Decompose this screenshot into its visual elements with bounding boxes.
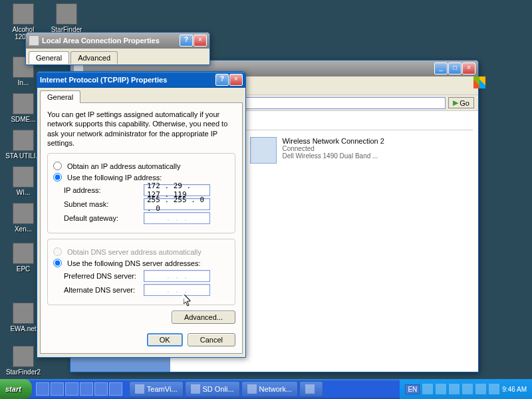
alternate-dns-label: Alternate DNS server: bbox=[64, 286, 144, 294]
quick-launch-item[interactable] bbox=[80, 382, 93, 396]
close-button[interactable]: × bbox=[229, 74, 243, 86]
tray-icon[interactable] bbox=[422, 384, 433, 394]
task-icon bbox=[191, 384, 200, 394]
task-button[interactable]: TeamVi... bbox=[129, 381, 184, 397]
default-gateway-label: Default gateway: bbox=[64, 214, 144, 222]
task-buttons: TeamVi... SD Onli... Network... bbox=[126, 381, 400, 397]
tray-icon[interactable] bbox=[462, 384, 473, 394]
app-icon bbox=[13, 166, 34, 188]
titlebar[interactable]: Internet Protocol (TCP/IP) Properties ? … bbox=[37, 72, 245, 88]
language-indicator[interactable]: EN bbox=[405, 384, 420, 394]
window-icon bbox=[29, 35, 39, 46]
window-title: Internet Protocol (TCP/IP) Properties bbox=[40, 76, 215, 84]
tray-icon[interactable] bbox=[436, 384, 446, 394]
system-tray: EN 9:46 AM bbox=[400, 379, 532, 399]
quick-launch bbox=[32, 382, 126, 396]
titlebar[interactable]: Local Area Connection Properties ? × bbox=[26, 33, 209, 49]
ip-address-input[interactable]: 172 . 29 . 127 . 119 bbox=[144, 184, 210, 196]
quick-launch-item[interactable] bbox=[109, 382, 122, 396]
tabs: General Advanced bbox=[26, 49, 209, 64]
tray-icon[interactable] bbox=[489, 384, 499, 394]
ip-settings-group: Obtain an IP address automatically Use t… bbox=[47, 153, 235, 233]
subnet-mask-label: Subnet mask: bbox=[64, 200, 144, 208]
task-icon bbox=[305, 384, 315, 394]
quick-launch-item[interactable] bbox=[51, 382, 64, 396]
app-icon bbox=[13, 346, 34, 367]
tray-icon[interactable] bbox=[449, 384, 460, 394]
close-button[interactable]: × bbox=[462, 63, 475, 74]
help-button[interactable]: ? bbox=[215, 74, 229, 86]
ok-button[interactable]: OK bbox=[147, 333, 183, 346]
task-icon bbox=[135, 384, 144, 394]
subnet-mask-input[interactable]: 255 . 255 . 0 . 0 bbox=[144, 198, 210, 210]
help-button[interactable]: ? bbox=[180, 35, 193, 47]
window-title: Local Area Connection Properties bbox=[42, 37, 180, 45]
task-button[interactable] bbox=[299, 381, 323, 397]
cancel-button[interactable]: Cancel bbox=[188, 333, 235, 346]
tcpip-properties-dialog: Internet Protocol (TCP/IP) Properties ? … bbox=[37, 71, 246, 358]
app-icon bbox=[56, 3, 77, 25]
radio-use-dns[interactable]: Use the following DNS server addresses: bbox=[53, 259, 229, 267]
minimize-button[interactable]: _ bbox=[434, 63, 448, 74]
connection-icon bbox=[250, 137, 277, 164]
radio-auto-ip[interactable]: Obtain an IP address automatically bbox=[53, 162, 229, 170]
maximize-button[interactable]: □ bbox=[448, 63, 462, 74]
tab-general[interactable]: General bbox=[29, 51, 69, 64]
start-button[interactable]: start bbox=[0, 379, 32, 399]
app-icon bbox=[13, 130, 34, 151]
tab-general[interactable]: General bbox=[40, 90, 80, 103]
tabs: General bbox=[37, 88, 245, 103]
app-icon bbox=[13, 303, 34, 324]
app-icon bbox=[13, 203, 34, 224]
dns-settings-group: Obtain DNS server address automatically … bbox=[47, 239, 235, 305]
clock[interactable]: 9:46 AM bbox=[502, 386, 527, 393]
advanced-button[interactable]: Advanced... bbox=[172, 311, 235, 324]
app-icon bbox=[13, 243, 34, 264]
tray-icon[interactable] bbox=[475, 384, 486, 394]
ip-address-label: IP address: bbox=[64, 186, 144, 194]
windows-logo-icon bbox=[473, 76, 485, 88]
preferred-dns-label: Preferred DNS server: bbox=[64, 272, 144, 280]
radio-auto-dns: Obtain DNS server address automatically bbox=[53, 247, 229, 256]
radio-use-dns-input[interactable] bbox=[53, 259, 62, 267]
tab-advanced[interactable]: Advanced bbox=[70, 51, 118, 64]
close-button[interactable]: × bbox=[194, 35, 207, 47]
radio-use-ip[interactable]: Use the following IP address: bbox=[53, 173, 229, 182]
go-button[interactable]: ▶Go bbox=[448, 97, 474, 108]
taskbar: start TeamVi... SD Onli... Network... EN… bbox=[0, 379, 532, 399]
task-icon bbox=[247, 384, 257, 394]
quick-launch-item[interactable] bbox=[36, 382, 49, 396]
quick-launch-item[interactable] bbox=[94, 382, 108, 396]
connection-item-wireless[interactable]: Wireless Network Connection 2 Connected … bbox=[247, 134, 386, 166]
quick-launch-item[interactable] bbox=[65, 382, 78, 396]
app-icon bbox=[13, 93, 34, 114]
radio-auto-ip-input[interactable] bbox=[53, 162, 62, 170]
alternate-dns-input[interactable]: . . . bbox=[144, 284, 210, 296]
lan-properties-window: Local Area Connection Properties ? × Gen… bbox=[25, 32, 210, 65]
preferred-dns-input[interactable]: . . . bbox=[144, 270, 210, 282]
task-button[interactable]: SD Onli... bbox=[185, 381, 240, 397]
description-text: You can get IP settings assigned automat… bbox=[47, 110, 235, 148]
general-panel: You can get IP settings assigned automat… bbox=[40, 102, 243, 354]
radio-auto-dns-input bbox=[53, 247, 62, 256]
radio-use-ip-input[interactable] bbox=[53, 173, 62, 182]
default-gateway-input[interactable]: . . . bbox=[144, 212, 210, 224]
task-button[interactable]: Network... bbox=[241, 381, 299, 397]
app-icon bbox=[13, 3, 34, 25]
